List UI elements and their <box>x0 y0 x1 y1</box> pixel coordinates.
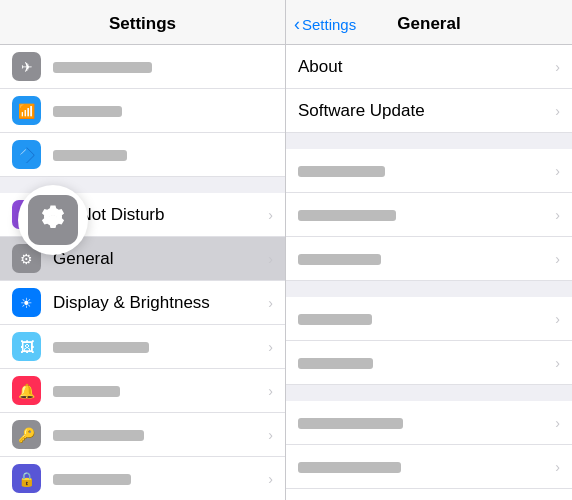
settings-item-bluetooth[interactable]: 🔷 <box>0 133 285 177</box>
back-label: Settings <box>302 16 356 33</box>
settings-label-bluetooth <box>53 147 273 163</box>
right-label-r4 <box>298 207 555 222</box>
right-chevron-icon-about: › <box>555 59 560 75</box>
right-item-software-update[interactable]: Software Update› <box>286 89 572 133</box>
right-item-r6[interactable]: › <box>286 297 572 341</box>
right-item-r9[interactable]: › <box>286 445 572 489</box>
left-header: Settings <box>0 0 285 45</box>
right-label-r3 <box>298 163 555 178</box>
chevron-icon-display: › <box>268 295 273 311</box>
settings-item-privacy[interactable]: 🔒› <box>0 457 285 500</box>
chevron-icon-dnd: › <box>268 207 273 223</box>
settings-icon-wallpaper: 🖼 <box>12 332 41 361</box>
right-header: ‹ Settings General <box>286 0 572 45</box>
right-item-r7[interactable]: › <box>286 341 572 385</box>
settings-label-sounds <box>53 383 264 399</box>
settings-icon-airplane: ✈ <box>12 52 41 81</box>
right-label-software-update: Software Update <box>298 101 555 121</box>
right-label-r5 <box>298 251 555 266</box>
right-chevron-icon-r6: › <box>555 311 560 327</box>
right-chevron-icon-r3: › <box>555 163 560 179</box>
right-item-r4[interactable]: › <box>286 193 572 237</box>
right-chevron-icon-r9: › <box>555 459 560 475</box>
settings-icon-display: ☀ <box>12 288 41 317</box>
chevron-icon-wallpaper: › <box>268 339 273 355</box>
right-chevron-icon-r8: › <box>555 415 560 431</box>
left-title: Settings <box>109 14 176 33</box>
right-chevron-icon-r5: › <box>555 251 560 267</box>
gear-icon-large <box>28 195 78 245</box>
settings-label-wallpaper <box>53 339 264 355</box>
settings-label-general: General <box>53 249 264 269</box>
back-button[interactable]: ‹ Settings <box>294 14 356 35</box>
settings-label-airplane <box>53 59 273 75</box>
right-chevron-icon-r4: › <box>555 207 560 223</box>
right-chevron-icon-software-update: › <box>555 103 560 119</box>
settings-item-sounds[interactable]: 🔔› <box>0 369 285 413</box>
back-chevron-icon: ‹ <box>294 14 300 35</box>
right-label-r8 <box>298 415 555 430</box>
chevron-icon-sounds: › <box>268 383 273 399</box>
chevron-icon-privacy: › <box>268 471 273 487</box>
right-title: General <box>397 14 460 34</box>
gear-overlay <box>18 185 88 255</box>
right-panel: ‹ Settings General About›Software Update… <box>286 0 572 500</box>
right-label-r6 <box>298 311 555 326</box>
right-item-r3[interactable]: › <box>286 149 572 193</box>
settings-label-display: Display & Brightness <box>53 293 264 313</box>
settings-icon-passcode: 🔑 <box>12 420 41 449</box>
right-item-r10[interactable]: › <box>286 489 572 500</box>
settings-icon-bluetooth: 🔷 <box>12 140 41 169</box>
settings-icon-sounds: 🔔 <box>12 376 41 405</box>
settings-label-wifi <box>53 103 273 119</box>
settings-icon-privacy: 🔒 <box>12 464 41 493</box>
settings-item-wallpaper[interactable]: 🖼› <box>0 325 285 369</box>
right-list: About›Software Update››››››››› <box>286 45 572 500</box>
chevron-icon-passcode: › <box>268 427 273 443</box>
right-label-r7 <box>298 355 555 370</box>
right-label-r9 <box>298 459 555 474</box>
right-label-about: About <box>298 57 555 77</box>
chevron-icon-general: › <box>268 251 273 267</box>
settings-item-display[interactable]: ☀Display & Brightness› <box>0 281 285 325</box>
settings-item-passcode[interactable]: 🔑› <box>0 413 285 457</box>
settings-item-airplane[interactable]: ✈ <box>0 45 285 89</box>
right-item-r8[interactable]: › <box>286 401 572 445</box>
settings-label-privacy <box>53 471 264 487</box>
settings-icon-wifi: 📶 <box>12 96 41 125</box>
right-item-r5[interactable]: › <box>286 237 572 281</box>
right-item-about[interactable]: About› <box>286 45 572 89</box>
right-chevron-icon-r7: › <box>555 355 560 371</box>
settings-list: ✈📶🔷🌙Do Not Disturb›⚙General›☀Display & B… <box>0 45 285 500</box>
settings-item-wifi[interactable]: 📶 <box>0 89 285 133</box>
settings-label-passcode <box>53 427 264 443</box>
